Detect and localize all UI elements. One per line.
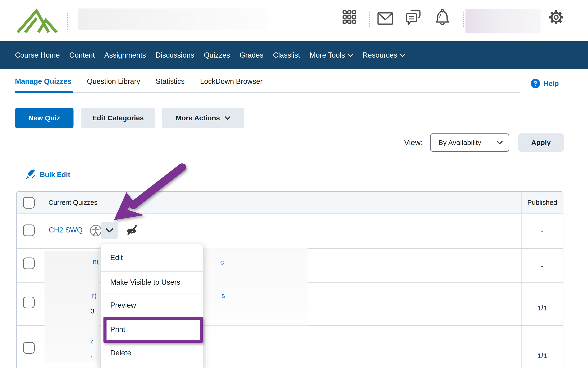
edit-categories-button[interactable]: Edit Categories [81,108,155,128]
app-header [0,0,588,41]
page: Course Home Content Assignments Discussi… [0,0,588,368]
nav-course-home[interactable]: Course Home [15,51,60,59]
help-icon: ? [530,79,540,89]
redacted-text-fragment: 3 [91,307,95,315]
published-value: 1/1 [521,304,563,312]
nav-resources[interactable]: Resources [363,51,405,59]
nav-more-tools-label: More Tools [310,51,345,59]
menu-item-label: Delete [110,349,131,357]
view-select[interactable]: By Availability [430,133,509,152]
row-checkbox[interactable] [23,224,35,236]
redacted-text-fragment: n( [93,258,99,266]
column-divider [42,192,42,368]
pencil-icon [25,169,36,180]
chevron-down-icon [400,54,405,57]
chat-icon[interactable] [406,9,421,26]
nav-grades[interactable]: Grades [240,51,264,59]
header-divider [67,13,68,30]
column-header-published: Published [521,199,563,206]
redacted-text-fragment: , [91,351,93,359]
nav-resources-label: Resources [363,51,397,59]
column-divider [521,192,522,368]
new-quiz-label: New Quiz [28,114,60,122]
view-label: View: [404,138,423,147]
user-name-redacted[interactable] [465,9,541,33]
course-name-redacted [78,9,269,30]
annotation-arrow [98,155,197,230]
nav-content[interactable]: Content [69,51,95,59]
select-all-checkbox[interactable] [23,197,35,209]
quiz-link-ch2-swq[interactable]: CH2 SWQ [49,226,83,234]
tab-manage-quizzes[interactable]: Manage Quizzes [15,77,71,86]
help-link[interactable]: ? Help [530,79,559,89]
published-value: 1/1 [521,352,563,360]
redacted-text-fragment: r( [92,292,97,300]
tab-question-library[interactable]: Question Library [87,77,140,86]
row-checkbox[interactable] [23,297,35,308]
header-divider [369,12,370,27]
bulk-edit-link[interactable]: Bulk Edit [25,169,70,180]
redacted-quiz-names-right [203,248,308,338]
row-checkbox[interactable] [23,342,35,354]
tab-statistics[interactable]: Statistics [156,77,185,86]
chevron-down-icon [497,141,503,144]
course-navbar: Course Home Content Assignments Discussi… [0,41,588,69]
redacted-quiz-names-left [45,251,99,362]
chevron-down-icon [348,54,353,57]
nav-classlist[interactable]: Classlist [273,51,300,59]
tab-bar: Manage Quizzes Question Library Statisti… [15,77,263,86]
nav-discussions[interactable]: Discussions [156,51,194,59]
bell-icon[interactable] [435,9,450,27]
quiz-context-menu: Edit Make Visible to Users Preview Print… [101,244,203,368]
edit-categories-label: Edit Categories [92,114,144,122]
menu-divider [101,364,203,364]
header-divider [463,12,464,27]
tab-lockdown-browser[interactable]: LockDown Browser [200,77,263,86]
mountain-logo[interactable] [16,7,58,33]
apps-grid-icon[interactable] [342,10,356,24]
help-label: Help [543,80,559,88]
nav-assignments[interactable]: Assignments [104,51,146,59]
row-checkbox[interactable] [23,258,35,269]
menu-item-preview[interactable]: Preview [101,294,203,317]
menu-item-edit[interactable]: Edit [101,244,203,271]
apply-label: Apply [531,138,551,147]
published-value: - [521,227,563,235]
apply-button[interactable]: Apply [518,133,564,152]
svg-text:?: ? [533,80,537,87]
new-quiz-button[interactable]: New Quiz [15,108,74,128]
tab-baseline [15,92,520,93]
column-header-quizzes: Current Quizzes [48,199,98,206]
chevron-down-icon [224,116,230,120]
nav-quizzes[interactable]: Quizzes [204,51,230,59]
active-tab-underline [15,91,73,93]
menu-item-label: Preview [110,301,136,310]
mail-icon[interactable] [377,12,393,25]
redacted-text-fragment: z [90,337,94,345]
published-value: - [521,262,563,270]
menu-item-make-visible[interactable]: Make Visible to Users [101,271,203,294]
gear-icon[interactable] [549,10,564,25]
more-actions-button[interactable]: More Actions [162,108,244,128]
redacted-text-fragment: c [220,258,224,266]
nav-more-tools[interactable]: More Tools [310,51,353,59]
menu-item-label: Make Visible to Users [110,278,180,286]
view-select-value: By Availability [438,138,481,147]
menu-item-label: Edit [110,254,123,262]
bulk-edit-label: Bulk Edit [40,171,70,179]
print-highlight-box [103,317,203,343]
redacted-text-fragment: s [221,292,225,300]
more-actions-label: More Actions [176,114,220,122]
menu-item-delete[interactable]: Delete [101,342,203,364]
